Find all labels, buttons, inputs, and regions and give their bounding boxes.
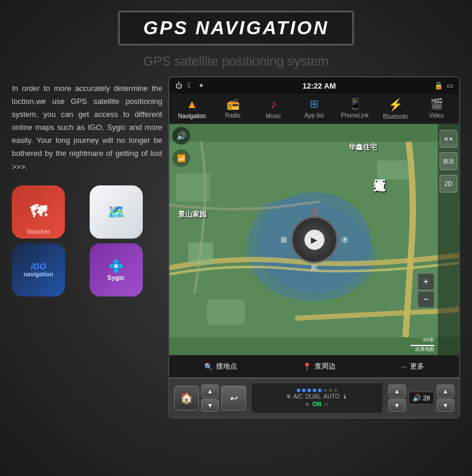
volume-control-group: ▲ ▼ — [437, 384, 454, 412]
arrow-up-left[interactable]: ▲ — [201, 384, 219, 397]
nav-item-video[interactable]: 🎬 Video — [419, 97, 454, 120]
ac-display: ❄ A/C DUAL AUTO 🌡 — [286, 393, 348, 400]
dot-2 — [302, 389, 306, 392]
dot-8 — [334, 389, 337, 392]
phone-screen: ⏻ ☾ ✦ 12:22 AM 🔒 ▭ ▲ Navigation 📻 — [168, 76, 460, 419]
svg-rect-5 — [176, 173, 211, 201]
nav-label-video: Video — [429, 112, 444, 119]
phonelink-icon: 📱 — [349, 97, 362, 110]
applist-icon: ⊞ — [310, 97, 319, 110]
brightness-icon: ✦ — [198, 81, 204, 90]
dual-label: DUAL — [306, 393, 322, 400]
svg-rect-3 — [207, 299, 245, 325]
more-icon: ··· — [401, 363, 407, 371]
zoom-in-button[interactable]: + — [418, 273, 434, 290]
nav-item-phonelink[interactable]: 📱 PhoneLink — [337, 97, 373, 120]
center-display: ❄ A/C DUAL AUTO 🌡 ❄ ON 🌬 — [252, 383, 382, 413]
dot-1 — [297, 389, 300, 392]
radio-icon: 📻 — [227, 97, 240, 110]
wifi-indicator: 📶 — [172, 149, 190, 167]
compass-east: 淅 — [342, 235, 348, 244]
compass-north: 北 — [311, 207, 318, 217]
on-indicator: ❄ ON 🌬 — [305, 401, 329, 407]
home-button[interactable]: 🏠 — [174, 386, 199, 410]
nav-label-radio: Radio — [225, 112, 240, 119]
status-bar-left: ⏻ ☾ ✦ — [175, 81, 204, 90]
nav-label-navigation: Navigation — [178, 113, 206, 119]
page-title: GPS NAVIGATION — [143, 17, 329, 39]
nav-item-radio[interactable]: 📻 Radio — [215, 97, 251, 120]
dot-4 — [313, 389, 316, 392]
zoom-out-button[interactable]: − — [418, 291, 434, 308]
map-left-indicators: 🔊 📶 — [172, 127, 190, 167]
bluetooth-icon: ⚡ — [388, 97, 403, 112]
status-bar-right: 🔒 ▭ — [434, 81, 453, 90]
map-label-jingshan: 景山家园 — [178, 210, 206, 220]
arrow-down-left[interactable]: ▼ — [201, 399, 219, 412]
compass-ring: 北 则 淅 眼 ▶ — [291, 216, 338, 263]
volume-value: 28 — [423, 395, 430, 402]
right-arrow-group: ▲ ▼ — [388, 384, 406, 412]
app-icon-maps[interactable]: 📍 🗺️ — [90, 185, 143, 239]
nav-label-bluetooth: Bluetooth — [383, 113, 408, 120]
map-label-huaxin: 华鑫住宅 — [349, 142, 377, 152]
dot-5 — [318, 389, 322, 392]
volume-indicator: 🔊 — [172, 127, 190, 145]
bottom-search-bar: 🔍 搜地点 📍 查周边 ··· 更多 — [169, 355, 459, 377]
dots-row — [297, 389, 337, 392]
search-location-button[interactable]: 🔍 搜地点 — [204, 361, 237, 371]
auto-label: AUTO — [323, 393, 340, 400]
search-nearby-icon: 📍 — [303, 363, 312, 371]
search-nearby-button[interactable]: 📍 查周边 — [303, 361, 336, 371]
back-button[interactable]: ↩ — [221, 386, 246, 410]
left-panel: In order to more accurately determine th… — [12, 76, 162, 419]
nav-item-music[interactable]: ♪ Music — [256, 97, 291, 120]
nav-item-bluetooth[interactable]: ⚡ Bluetooth — [378, 97, 414, 120]
left-arrow-group: ▲ ▼ — [201, 384, 219, 412]
video-icon: 🎬 — [430, 97, 443, 110]
battery-icon: ▭ — [447, 81, 453, 90]
svg-rect-4 — [188, 243, 214, 265]
compass-south: 则 — [311, 263, 317, 272]
navigation-icon: ▲ — [186, 97, 198, 111]
dot-6 — [323, 389, 327, 392]
collapse-button[interactable]: ✕✕ — [440, 130, 457, 148]
search-nearby-label: 查周边 — [314, 361, 336, 371]
bottom-control-bar: 🏠 ▲ ▼ ↩ — [169, 377, 459, 418]
status-time: 12:22 AM — [303, 81, 336, 90]
lock-icon: 🔒 — [434, 81, 443, 90]
nav-label-music: Music — [266, 113, 281, 119]
nav-item-applist[interactable]: ⊞ App list — [297, 97, 332, 120]
search-location-label: 搜地点 — [216, 361, 237, 371]
arrow-up-right[interactable]: ▲ — [388, 384, 406, 397]
arrow-down-right[interactable]: ▼ — [388, 399, 406, 412]
volume-up-button[interactable]: ▲ — [437, 384, 454, 397]
play-button[interactable]: ▶ — [304, 230, 324, 250]
app-icon-voucher[interactable]: 🗺 Voucher — [12, 185, 65, 239]
navigation-compass[interactable]: 北 则 淅 眼 ▶ — [291, 216, 338, 263]
dot-7 — [329, 389, 332, 392]
more-button[interactable]: ··· 更多 — [401, 361, 424, 371]
music-icon: ♪ — [271, 97, 277, 111]
moon-icon: ☾ — [187, 81, 194, 90]
nav-item-navigation[interactable]: ▲ Navigation — [175, 97, 210, 120]
description-text: In order to more accurately determine th… — [12, 82, 162, 174]
dot-3 — [307, 389, 311, 392]
on-label: ON — [312, 401, 321, 407]
nav-menu: ▲ Navigation 📻 Radio ♪ Music ⊞ App list … — [169, 94, 459, 124]
zoom-controls: + − — [418, 273, 434, 308]
road-condition-button[interactable]: 路况 — [440, 152, 457, 170]
app-icon-igo[interactable]: iGO navigation — [12, 243, 65, 296]
map-area[interactable]: 华鑫住宅 景山家园 石龙大道 🔊 📶 北 则 — [169, 124, 459, 355]
more-label: 更多 — [410, 361, 424, 371]
power-icon: ⏻ — [175, 81, 182, 90]
volume-down-button[interactable]: ▼ — [437, 399, 454, 412]
title-banner: GPS NAVIGATION — [118, 11, 355, 45]
map-scale: 50米 距离地图 — [411, 336, 434, 353]
2d-view-button[interactable]: 2D — [440, 175, 457, 193]
app-icon-sygic[interactable]: 💠 Sygic — [90, 243, 143, 296]
search-location-icon: 🔍 — [204, 363, 213, 371]
map-right-controls: ✕✕ 路况 2D — [438, 124, 459, 355]
nav-label-phonelink: PhoneLink — [341, 112, 369, 119]
compass-west: 眼 — [281, 235, 287, 244]
